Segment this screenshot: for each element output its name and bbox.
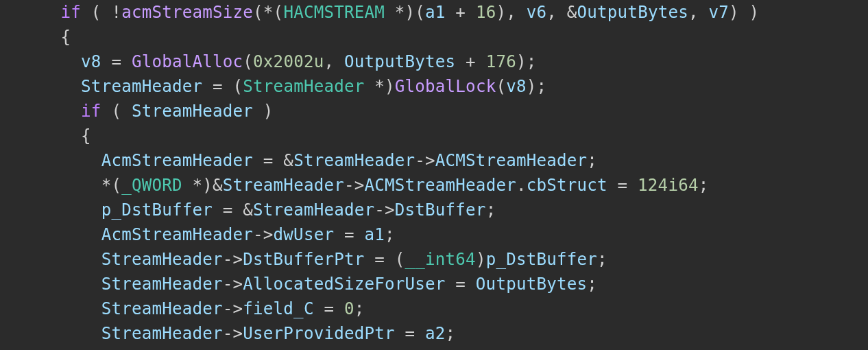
- code-line: {: [0, 126, 91, 145]
- code-token-var: OutputBytes: [577, 3, 688, 22]
- code-token-var: StreamHeader: [293, 151, 415, 170]
- code-line: StreamHeader->DstBufferPtr = (__int64)p_…: [0, 250, 607, 269]
- code-token-op: ->: [253, 225, 274, 244]
- code-token-var: DstBuffer: [395, 200, 486, 220]
- code-token-type: _QWORD: [121, 176, 182, 195]
- code-token-op: ;: [354, 299, 365, 318]
- code-token-var: StreamHeader: [223, 176, 344, 195]
- code-line: AcmStreamHeader = &StreamHeader->ACMStre…: [0, 151, 597, 170]
- code-token-op: ;: [446, 324, 456, 343]
- code-token-var: v8: [506, 77, 527, 96]
- code-token-var: AcmStreamHeader: [101, 225, 253, 244]
- code-token-var: AcmStreamHeader: [101, 151, 253, 170]
- code-token-op: *)&: [182, 176, 223, 195]
- code-token-op: +: [455, 52, 485, 71]
- code-line: v8 = GlobalAlloc(0x2002u, OutputBytes + …: [0, 52, 536, 71]
- code-token-var: a1: [364, 225, 385, 244]
- code-token-num: 0x2002u: [253, 52, 324, 71]
- code-token-var: StreamHeader: [101, 250, 223, 269]
- code-line: {: [0, 27, 71, 47]
- code-token-op: *(: [101, 176, 122, 195]
- code-line: StreamHeader->AllocatedSizeForUser = Out…: [0, 275, 597, 294]
- code-line: if ( !acmStreamSize(*(HACMSTREAM *)(a1 +…: [0, 3, 759, 22]
- code-token-type: StreamHeader: [243, 77, 364, 96]
- code-token-type: __int64: [405, 250, 476, 269]
- code-token-var: StreamHeader: [101, 299, 223, 318]
- code-token-var: StreamHeader: [101, 324, 223, 343]
- code-line: *(_QWORD *)&StreamHeader->ACMStreamHeade…: [0, 176, 708, 195]
- code-token-op: = &: [213, 200, 253, 220]
- code-token-op: ->: [374, 200, 395, 220]
- code-token-var: DstBufferPtr: [243, 250, 364, 269]
- code-token-op: ;: [699, 176, 709, 195]
- code-block: if ( !acmStreamSize(*(HACMSTREAM *)(a1 +…: [0, 0, 868, 346]
- code-token-fn: GlobalAlloc: [132, 52, 243, 71]
- code-token-var: AllocatedSizeForUser: [243, 275, 445, 294]
- code-token-var: dwUser: [274, 225, 335, 244]
- code-line: if ( StreamHeader ): [0, 102, 274, 121]
- code-line: StreamHeader->UserProvidedPtr = a2;: [0, 324, 455, 343]
- code-token-op: =: [334, 225, 364, 244]
- code-token-op: =: [607, 176, 638, 195]
- code-token-op: ): [476, 250, 486, 269]
- code-token-kw: if: [61, 3, 82, 22]
- code-token-var: a1: [425, 3, 446, 22]
- code-token-var: p_DstBuffer: [101, 200, 213, 220]
- code-token-var: v8: [81, 52, 101, 71]
- code-token-op: ->: [223, 299, 243, 318]
- code-token-var: StreamHeader: [81, 77, 202, 96]
- code-token-var: cbStruct: [527, 176, 607, 195]
- code-token-op: =: [314, 299, 344, 318]
- code-token-num: 176: [486, 52, 516, 71]
- code-token-op: {: [61, 27, 71, 47]
- code-token-op: = (: [202, 77, 243, 96]
- code-token-op: (: [243, 52, 253, 71]
- code-token-num: 16: [476, 3, 496, 22]
- code-line: AcmStreamHeader->dwUser = a1;: [0, 225, 395, 244]
- code-token-var: ACMStreamHeader: [364, 176, 516, 195]
- code-token-fn: GlobalLock: [395, 77, 496, 96]
- code-token-op: =: [101, 52, 132, 71]
- code-token-op: ->: [223, 275, 243, 294]
- code-token-op: =: [446, 275, 476, 294]
- code-token-kw: if: [81, 102, 101, 121]
- code-token-num: 124i64: [638, 176, 699, 195]
- code-token-var: v6: [527, 3, 547, 22]
- code-token-type: HACMSTREAM: [283, 3, 385, 22]
- code-token-op: );: [516, 52, 537, 71]
- code-token-var: v7: [708, 3, 729, 22]
- code-token-op: *): [364, 77, 394, 96]
- code-line: StreamHeader->field_C = 0;: [0, 299, 364, 318]
- code-token-var: StreamHeader: [132, 102, 253, 121]
- code-token-op: +: [446, 3, 476, 22]
- code-token-fn: acmStreamSize: [121, 3, 253, 22]
- code-token-op: (*(: [253, 3, 283, 22]
- code-token-op: ),: [496, 3, 526, 22]
- code-token-op: ->: [344, 176, 365, 195]
- code-token-op: ;: [587, 275, 597, 294]
- code-token-op: {: [81, 126, 91, 145]
- code-token-op: ): [253, 102, 274, 121]
- code-token-op: =: [395, 324, 425, 343]
- code-token-op: = (: [364, 250, 405, 269]
- code-token-op: ,: [688, 3, 709, 22]
- code-token-op: ;: [587, 151, 597, 170]
- code-token-var: field_C: [243, 299, 313, 318]
- code-token-var: p_DstBuffer: [486, 250, 597, 269]
- code-token-var: OutputBytes: [476, 275, 587, 294]
- code-token-op: ;: [597, 250, 607, 269]
- code-token-op: , &: [546, 3, 577, 22]
- code-line: StreamHeader = (StreamHeader *)GlobalLoc…: [0, 77, 546, 96]
- code-line: p_DstBuffer = &StreamHeader->DstBuffer;: [0, 200, 496, 220]
- code-token-op: ;: [486, 200, 496, 220]
- code-token-op: (: [101, 102, 132, 121]
- code-token-op: ;: [385, 225, 395, 244]
- code-token-var: StreamHeader: [101, 275, 223, 294]
- code-token-var: OutputBytes: [344, 52, 455, 71]
- code-token-op: ->: [415, 151, 435, 170]
- code-token-num: 0: [344, 299, 354, 318]
- code-token-var: ACMStreamHeader: [435, 151, 587, 170]
- code-token-op: = &: [253, 151, 293, 170]
- code-token-op: ) ): [729, 3, 759, 22]
- code-token-op: ,: [324, 52, 344, 71]
